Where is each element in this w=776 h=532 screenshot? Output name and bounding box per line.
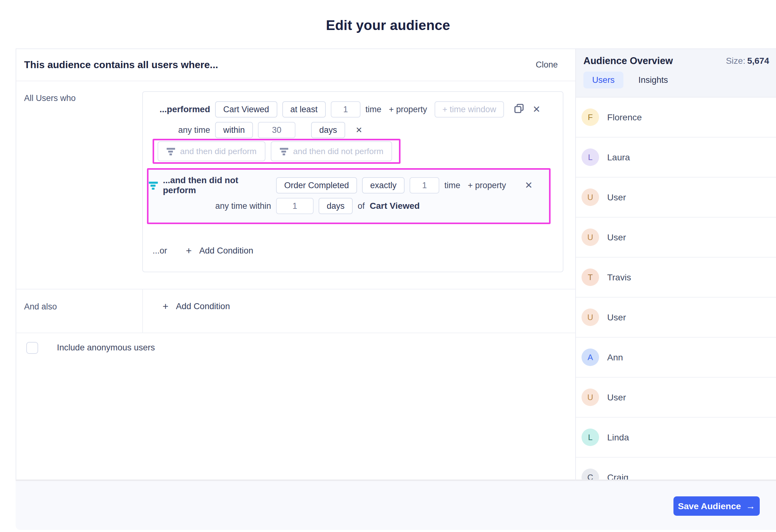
count-suffix: time — [366, 105, 381, 114]
sub-event-select[interactable]: Order Completed — [276, 177, 357, 194]
any-time-label: any time — [143, 125, 210, 135]
condition-group-card: ...performed Cart Viewed at least 1 time… — [142, 91, 563, 272]
avatar: U — [582, 308, 599, 326]
all-users-label: All Users who — [24, 93, 76, 103]
size-label: Size: — [726, 56, 745, 66]
include-anonymous-checkbox[interactable] — [26, 342, 38, 354]
duplicate-condition-button[interactable] — [513, 103, 525, 116]
anonymous-users-section: Include anonymous users — [16, 332, 575, 395]
sub-any-time-label: any time within — [149, 201, 271, 211]
and-then-did-perform-button[interactable]: and then did perform — [158, 141, 265, 161]
arrow-right-icon: → — [746, 501, 755, 511]
list-item[interactable]: LLinda — [576, 418, 776, 458]
or-row: ...or + Add Condition — [153, 242, 253, 259]
time-comparator-select[interactable]: within — [215, 122, 253, 138]
user-name: Craig — [607, 472, 628, 480]
reference-event-label: Cart Viewed — [370, 201, 420, 211]
editor-header-title: This audience contains all users where..… — [24, 59, 218, 71]
tab-insights[interactable]: Insights — [638, 75, 668, 85]
list-item[interactable]: TTravis — [576, 258, 776, 298]
plus-icon: + — [163, 301, 169, 311]
user-list: FFlorenceLLauraUUserUUserTTravisUUserAAn… — [576, 97, 776, 480]
sub-time-value-input[interactable]: 1 — [276, 198, 314, 214]
clone-button[interactable]: Clone — [536, 60, 558, 70]
avatar: C — [582, 469, 599, 480]
avatar: U — [582, 189, 599, 206]
and-also-add-condition-label: Add Condition — [176, 301, 230, 311]
add-property-button[interactable]: + property — [389, 105, 427, 114]
divider — [142, 289, 143, 332]
duplicate-icon — [514, 103, 524, 115]
remove-sub-condition-button[interactable]: ✕ — [523, 179, 535, 192]
list-item[interactable]: FFlorence — [576, 97, 776, 138]
audience-editor-card: This audience contains all users where..… — [16, 48, 776, 480]
filter-lines-icon — [166, 148, 176, 155]
and-also-section: And also + Add Condition — [16, 289, 575, 332]
time-unit-select[interactable]: days — [311, 122, 345, 138]
user-name: Travis — [607, 272, 631, 283]
user-name: Florence — [607, 112, 642, 122]
editor-main-panel: This audience contains all users where..… — [16, 49, 575, 480]
event-select[interactable]: Cart Viewed — [215, 101, 277, 117]
operator-select[interactable]: at least — [282, 101, 326, 117]
close-icon: ✕ — [533, 105, 540, 114]
time-window-row: any time within 30 days ✕ — [143, 122, 563, 138]
sidebar-header: Audience Overview Size:5,674 Users Insig… — [576, 49, 776, 97]
user-name: User — [607, 192, 626, 203]
sub-condition-highlight: ...and then did not perform Order Comple… — [147, 168, 551, 224]
list-item[interactable]: LLaura — [576, 138, 776, 178]
avatar: L — [582, 429, 599, 446]
time-value-input[interactable]: 30 — [258, 122, 296, 138]
or-label: ...or — [153, 246, 167, 256]
edit-audience-page: Edit your audience This audience contain… — [0, 0, 776, 532]
close-icon: ✕ — [525, 181, 533, 190]
user-name: User — [607, 232, 626, 243]
sub-condition-row: ...and then did not perform Order Comple… — [149, 177, 549, 194]
size-value: 5,674 — [747, 56, 769, 66]
save-audience-label: Save Audience — [678, 501, 741, 511]
of-label: of — [358, 201, 365, 211]
close-icon: ✕ — [356, 126, 362, 134]
user-name: Linda — [607, 432, 629, 443]
remove-condition-button[interactable]: ✕ — [530, 103, 543, 116]
sub-add-property-button[interactable]: + property — [468, 181, 506, 190]
avatar: A — [582, 348, 599, 366]
sub-condition-label: ...and then did not perform — [163, 175, 271, 195]
and-then-did-not-perform-label: and then did not perform — [293, 147, 384, 156]
avatar: U — [582, 388, 599, 406]
sub-count-input[interactable]: 1 — [410, 177, 439, 194]
avatar: U — [582, 229, 599, 246]
audience-overview-sidebar: Audience Overview Size:5,674 Users Insig… — [575, 49, 776, 480]
add-condition-button[interactable]: Add Condition — [199, 246, 253, 256]
editor-footer: Save Audience → — [16, 480, 776, 530]
avatar: T — [582, 268, 599, 286]
sidebar-tabs: Users Insights — [583, 71, 769, 88]
sidebar-title: Audience Overview — [583, 55, 673, 66]
sub-time-unit-select[interactable]: days — [319, 198, 353, 214]
filter-lines-icon — [279, 148, 289, 155]
editor-header: This audience contains all users where..… — [16, 49, 575, 81]
sequence-suggestions-highlight: and then did perform and then did not pe… — [153, 139, 400, 164]
sub-count-suffix: time — [444, 181, 460, 190]
list-item[interactable]: UUser — [576, 377, 776, 418]
count-input[interactable]: 1 — [331, 101, 361, 117]
list-item[interactable]: UUser — [576, 218, 776, 258]
user-name: User — [607, 392, 626, 403]
and-then-did-not-perform-button[interactable]: and then did not perform — [271, 141, 392, 161]
time-window-input[interactable]: + time window — [435, 101, 504, 117]
sub-operator-select[interactable]: exactly — [362, 177, 405, 194]
list-item[interactable]: CCraig — [576, 458, 776, 480]
and-also-add-condition-button[interactable]: + Add Condition — [163, 301, 230, 311]
remove-time-window-button[interactable]: ✕ — [353, 124, 365, 136]
tab-users[interactable]: Users — [583, 71, 623, 88]
list-item[interactable]: UUser — [576, 178, 776, 218]
plus-icon: + — [186, 246, 192, 256]
and-also-label: And also — [24, 302, 57, 312]
user-name: Laura — [607, 152, 630, 163]
list-item[interactable]: AAnn — [576, 337, 776, 377]
sub-condition-time-row: any time within 1 days of Cart Viewed — [149, 198, 549, 214]
list-item[interactable]: UUser — [576, 298, 776, 337]
audience-size: Size:5,674 — [726, 56, 769, 66]
save-audience-button[interactable]: Save Audience → — [673, 496, 760, 516]
user-name: User — [607, 312, 626, 323]
